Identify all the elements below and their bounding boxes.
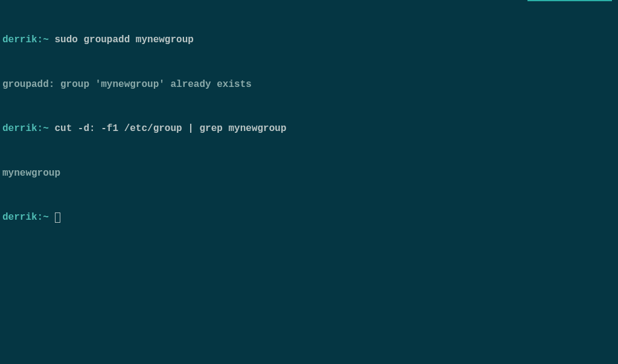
terminal-line-1: groupadd: group 'mynewgroup' already exi… [2, 79, 616, 90]
prompt-sep: : [37, 123, 43, 134]
prompt-path: ~ [43, 34, 49, 45]
terminal-area[interactable]: derrik:~ sudo groupadd mynewgroup groupa… [0, 0, 618, 247]
prompt-user: derrik [2, 212, 37, 223]
command-text: cut -d: -f1 /etc/group | grep mynewgroup [54, 123, 286, 134]
prompt-suffix [49, 212, 55, 223]
top-right-accent [527, 0, 612, 1]
prompt-path: ~ [43, 123, 49, 134]
output-text: mynewgroup [2, 168, 60, 179]
terminal-line-0: derrik:~ sudo groupadd mynewgroup [2, 34, 616, 45]
cursor[interactable] [55, 212, 60, 223]
terminal-line-3: mynewgroup [2, 168, 616, 179]
command-text: sudo groupadd mynewgroup [54, 34, 193, 45]
prompt-sep: : [37, 212, 43, 223]
prompt-user: derrik [2, 34, 37, 45]
prompt-path: ~ [43, 212, 49, 223]
output-text: groupadd: group 'mynewgroup' already exi… [2, 79, 252, 90]
terminal-line-2: derrik:~ cut -d: -f1 /etc/group | grep m… [2, 123, 616, 134]
terminal-line-4: derrik:~ [2, 212, 616, 223]
prompt-suffix [49, 34, 55, 45]
prompt-user: derrik [2, 123, 37, 134]
prompt-suffix [49, 123, 55, 134]
prompt-sep: : [37, 34, 43, 45]
